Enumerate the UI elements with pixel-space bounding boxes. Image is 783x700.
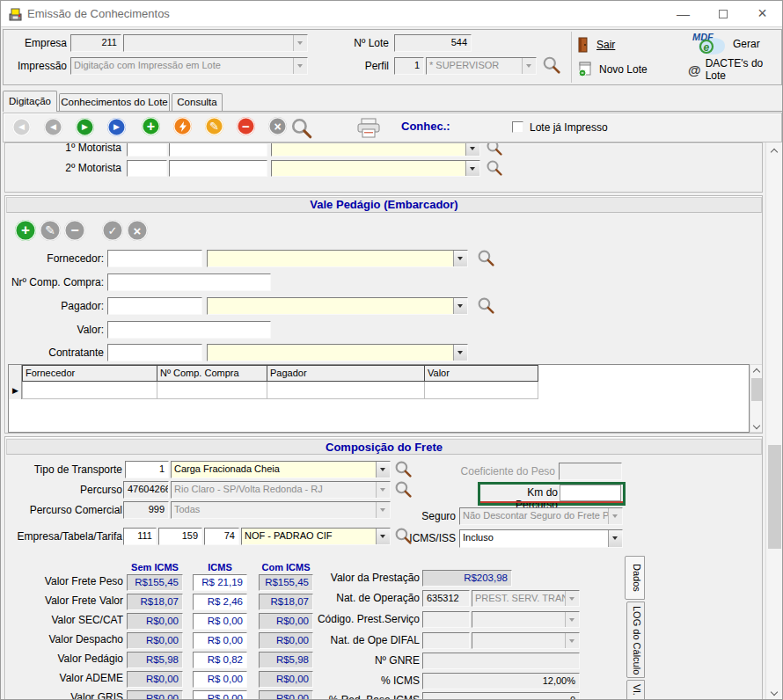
ett-tabela-field[interactable]: 159 — [158, 528, 202, 545]
maximize-button[interactable] — [703, 1, 743, 26]
ett-tarifa-field[interactable]: 74 — [204, 528, 239, 545]
seccat-sem: R$0,00 — [127, 613, 183, 630]
motorista1-code-field[interactable] — [127, 142, 167, 157]
sair-label: Sair — [596, 39, 615, 51]
tab-consulta[interactable]: Consulta — [172, 93, 223, 111]
fornecedor-code-field[interactable] — [107, 250, 202, 267]
tab-strip-line — [3, 111, 782, 112]
side-tab-log-calculo[interactable]: LOG do Cálculo — [626, 602, 645, 678]
vp-cell[interactable] — [22, 382, 157, 399]
vp-add-button[interactable]: + — [15, 220, 36, 241]
contratante-combo[interactable] — [207, 344, 468, 361]
motorista1-doc-field[interactable] — [169, 142, 267, 157]
scroll-down-icon[interactable] — [753, 421, 760, 428]
minimize-button[interactable]: — — [663, 1, 703, 26]
fornecedor-combo[interactable] — [207, 250, 468, 267]
motorista2-combo[interactable] — [271, 160, 480, 177]
chevron-down-icon[interactable] — [465, 161, 479, 176]
valor-prestacao-field: R$203,98 — [422, 570, 512, 587]
percurso-combo: Rio Claro - SP/Volta Redonda - RJ — [171, 481, 391, 499]
valor-field[interactable] — [107, 321, 271, 339]
fornecedor-search-icon[interactable] — [477, 249, 495, 267]
chevron-down-icon[interactable] — [608, 530, 622, 547]
novo-lote-button[interactable]: Novo Lote — [577, 59, 692, 80]
chevron-down-icon[interactable] — [453, 345, 467, 361]
printer-icon[interactable] — [355, 117, 382, 140]
contratante-code-field[interactable] — [107, 344, 202, 361]
dacte-button[interactable]: @ DACTE's do Lote — [688, 59, 783, 80]
pagador-code-field[interactable] — [107, 297, 202, 315]
tab-digitacao[interactable]: Digitação — [3, 91, 57, 112]
chevron-down-icon[interactable] — [376, 462, 390, 478]
vp-col-comp-compra[interactable]: Nº Comp. Compra — [157, 365, 267, 382]
nat-operacao-label: Nat. de Operação — [296, 589, 420, 607]
km-percurso-field[interactable] — [560, 485, 621, 501]
delete-button[interactable]: − — [237, 117, 255, 135]
lote-field: 544 — [394, 34, 472, 52]
conhec-label: Conhec.: — [401, 120, 450, 133]
side-tab-dados[interactable]: Dados — [625, 556, 645, 600]
motorista1-search-icon[interactable] — [486, 142, 503, 157]
scroll-up-icon[interactable] — [753, 368, 760, 375]
cancel-button[interactable]: × — [268, 117, 287, 135]
edit-button[interactable]: ✎ — [205, 117, 223, 135]
ett-combo[interactable]: NOF - PADRAO CIF — [241, 528, 391, 545]
lote-impresso-checkbox[interactable] — [512, 121, 523, 133]
valor-prestacao-label: Valor da Prestação — [296, 569, 420, 587]
chevron-down-icon[interactable] — [465, 142, 479, 156]
chevron-down-icon[interactable] — [453, 298, 467, 314]
search-icon[interactable] — [290, 117, 313, 140]
vp-col-fornecedor[interactable]: Fornecedor — [22, 365, 157, 382]
chevron-down-icon[interactable] — [453, 251, 467, 266]
perfil-search-icon[interactable] — [542, 55, 561, 75]
row-label: Valor ADEME — [5, 670, 123, 687]
page-scroll-thumb[interactable] — [768, 445, 781, 549]
sair-button[interactable]: Sair — [577, 33, 674, 56]
side-tab-vl[interactable]: Vl. I — [626, 680, 645, 700]
vp-cell[interactable] — [424, 382, 538, 399]
composicao-panel: Composição do Frete Tipo de Transporte 1… — [4, 436, 763, 700]
header-divider — [571, 32, 572, 83]
motorista2-code-field[interactable] — [127, 160, 167, 177]
vp-col-valor[interactable]: Valor — [424, 365, 538, 382]
tipo-transporte-code-field[interactable]: 1 — [125, 461, 169, 478]
vale-pedagio-panel: Vale Pedágio (Embarcador) + ✎ − ✓ × Forn… — [4, 195, 763, 434]
scroll-up-icon[interactable] — [771, 148, 778, 155]
last-record-button[interactable]: ▶ — [107, 118, 126, 136]
record-pointer-icon: ▶ — [12, 383, 18, 398]
vp-col-pagador[interactable]: Pagador — [267, 365, 425, 382]
maximize-icon — [719, 10, 728, 18]
vp-confirm-button[interactable]: ✓ — [102, 220, 123, 241]
vp-delete-button[interactable]: − — [64, 220, 85, 241]
vp-grid-scrollbar[interactable] — [750, 364, 763, 433]
tipo-transporte-combo[interactable]: Carga Fracionada Cheia — [171, 461, 391, 478]
ett-empresa-field[interactable]: 111 — [123, 528, 157, 545]
pagador-combo[interactable] — [207, 297, 468, 315]
seguro-combo: Não Descontar Seguro do Frete P — [459, 507, 623, 525]
prev-record-button[interactable]: ◀ — [44, 118, 62, 136]
percurso-search-icon[interactable] — [394, 480, 413, 499]
scroll-down-icon[interactable] — [771, 688, 778, 695]
comp-compra-field[interactable] — [107, 273, 271, 291]
page-scrollbar[interactable] — [765, 142, 782, 700]
motorista1-combo[interactable] — [271, 142, 480, 157]
add-button[interactable]: + — [142, 117, 160, 135]
tab-conhecimentos-do-lote[interactable]: Conhecimentos do Lote — [59, 93, 170, 111]
gerar-button[interactable]: MDF e Gerar — [690, 31, 781, 57]
motorista2-search-icon[interactable] — [486, 159, 503, 177]
next-record-button[interactable]: ▶ — [76, 118, 94, 136]
nat-operacao-code-field: 635312 — [422, 590, 470, 607]
chevron-down-icon — [293, 35, 307, 51]
vp-cell[interactable] — [267, 382, 425, 399]
process-button[interactable] — [173, 117, 192, 135]
vp-cancel-button[interactable]: × — [127, 220, 148, 241]
close-button[interactable]: × — [743, 1, 782, 26]
app-icon — [8, 7, 23, 22]
pagador-search-icon[interactable] — [477, 296, 495, 315]
icms-iss-combo[interactable]: Incluso — [459, 529, 623, 548]
vp-cell[interactable] — [157, 382, 267, 399]
vp-edit-button[interactable]: ✎ — [40, 220, 61, 241]
vp-grid-scroll-thumb[interactable] — [751, 378, 762, 401]
motorista2-doc-field[interactable] — [169, 160, 267, 177]
impressao-combo: Digitação com Impressão em Lote — [70, 57, 308, 75]
